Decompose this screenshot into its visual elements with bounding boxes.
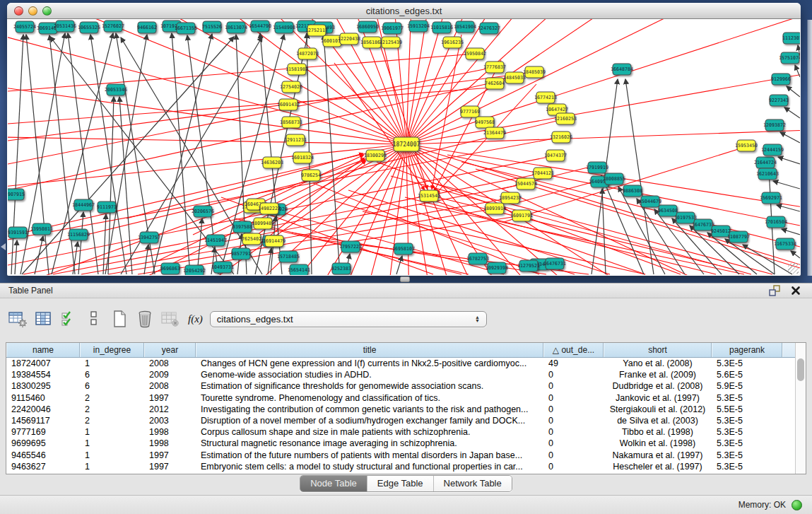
table-vertical-scrollbar[interactable] <box>795 343 806 474</box>
graph-node[interactable]: 9696863 <box>160 263 180 274</box>
graph-node[interactable]: 21364479 <box>483 127 506 139</box>
network-window-titlebar[interactable]: citations_edges.txt <box>7 3 801 19</box>
graph-node[interactable]: 7515526 <box>202 21 222 33</box>
graph-node[interactable]: 15314541 <box>418 190 440 201</box>
graph-node[interactable]: 9497568 <box>475 117 495 128</box>
graph-node[interactable]: 7907915 <box>8 189 25 200</box>
deselect-all-icon[interactable] <box>83 308 105 329</box>
scrollbar-thumb[interactable] <box>797 358 804 381</box>
graph-node[interactable]: 12160253 <box>554 113 577 124</box>
table-row[interactable]: 911546021997Tourette syndrome. Phenomeno… <box>6 392 795 404</box>
graph-node[interactable]: 15950842 <box>464 48 486 59</box>
graph-node[interactable]: 15718485 <box>277 251 300 262</box>
graph-node[interactable]: 9111971 <box>97 201 117 213</box>
graph-node[interactable]: 10474377 <box>544 150 567 161</box>
graph-node[interactable]: 11279521 <box>517 260 540 271</box>
graph-node[interactable]: 11581982 <box>286 64 308 75</box>
delete-columns-icon[interactable] <box>134 308 155 329</box>
graph-hub-node[interactable]: 18724007 <box>393 137 420 151</box>
graph-node[interactable]: 18444967 <box>72 199 95 211</box>
new-column-icon[interactable] <box>109 308 130 329</box>
table-row[interactable]: 977716911998Corpus callosum shape and si… <box>6 426 795 438</box>
graph-node[interactable]: 18954237 <box>499 192 522 204</box>
graph-node[interactable]: 17919919 <box>586 162 608 173</box>
tab-network-table[interactable]: Network Table <box>434 476 512 491</box>
graph-node[interactable]: 10493731 <box>211 262 234 273</box>
function-builder-icon[interactable]: f(x) <box>188 313 203 325</box>
table-row[interactable]: 2242004622012Investigating the contribut… <box>6 404 795 415</box>
graph-node[interactable]: 20206576 <box>192 206 214 217</box>
graph-node[interactable]: 14636203 <box>261 157 283 168</box>
graph-node[interactable]: 11675334 <box>774 238 796 250</box>
graph-node[interactable]: 17044121 <box>531 168 554 179</box>
table-row[interactable]: 1456911722003Disruption of a novel membe… <box>6 415 795 426</box>
graph-node[interactable]: 15913204 <box>407 21 430 32</box>
graph-node[interactable]: 1112307 <box>782 33 800 44</box>
graph-node[interactable]: 9252383 <box>331 263 351 274</box>
graph-node[interactable]: 12093872 <box>763 119 786 131</box>
graph-node[interactable]: 14872078 <box>296 48 319 59</box>
table-row[interactable]: 1872400712008Changes of HCN gene express… <box>6 358 795 369</box>
graph-node[interactable]: 9227343 <box>769 95 789 106</box>
table-row[interactable]: 969969511998Structural magnetic resonanc… <box>6 438 795 449</box>
graph-node[interactable]: 10655325 <box>78 22 100 33</box>
graph-node[interactable]: 9397588 <box>233 221 252 233</box>
graph-node[interactable]: 9886308 <box>623 185 642 197</box>
graph-node[interactable]: 11451947 <box>204 235 227 246</box>
graph-node[interactable]: 16091432 <box>277 99 300 110</box>
graph-node[interactable]: 9786254 <box>301 170 321 181</box>
column-header-in_degree[interactable]: in_degree <box>80 343 144 357</box>
zoom-window-icon[interactable] <box>42 6 52 16</box>
graph-node[interactable]: 18099489 <box>252 218 274 229</box>
close-panel-icon[interactable] <box>788 284 804 297</box>
graph-node[interactable]: 15044679 <box>639 196 661 207</box>
graph-node[interactable]: 10929398 <box>486 262 508 274</box>
graph-node[interactable]: 16210643 <box>756 168 779 180</box>
graph-node[interactable]: 18093914 <box>483 203 506 214</box>
graph-node[interactable]: 12752117 <box>305 25 328 36</box>
graph-node[interactable]: 18300295 <box>364 150 387 161</box>
graph-node[interactable]: 13216026 <box>550 132 572 143</box>
graph-node[interactable]: 12476327 <box>478 23 500 34</box>
graph-node[interactable]: 18568731 <box>280 117 302 128</box>
column-header-pagerank[interactable]: pagerank <box>712 343 782 357</box>
network-view[interactable]: 2405572430691406205314361065532515276027… <box>8 19 800 275</box>
graph-node[interactable]: 16476731 <box>543 258 566 269</box>
graph-node[interactable]: 18613074 <box>225 22 247 33</box>
graph-node[interactable]: 12054292 <box>183 265 206 275</box>
graph-node[interactable]: 18485039 <box>523 66 546 78</box>
graph-node[interactable]: 16018324 <box>291 152 314 163</box>
tab-node-table[interactable]: Node Table <box>300 476 367 491</box>
minimize-window-icon[interactable] <box>28 6 37 16</box>
graph-node[interactable]: 15654141 <box>288 264 310 275</box>
graph-node[interactable]: 11548908 <box>273 22 295 33</box>
graph-node[interactable]: 16860950 <box>356 21 379 33</box>
graph-node[interactable]: 12911231 <box>284 134 307 146</box>
graph-node[interactable]: 15953450 <box>735 140 758 151</box>
graph-node[interactable]: 9129966 <box>771 74 791 85</box>
table-row[interactable]: 946362711997Embryonic stem cells: a mode… <box>6 461 795 472</box>
graph-node[interactable]: 19061977 <box>381 23 404 34</box>
graph-node[interactable]: 15692971 <box>760 192 782 204</box>
table-mode-icon[interactable] <box>7 308 28 329</box>
graph-node[interactable]: 7462604 <box>485 78 505 89</box>
graph-node[interactable]: 16671355 <box>175 23 197 34</box>
graph-node[interactable]: 9466162 <box>137 22 157 33</box>
graph-node[interactable]: 17957223 <box>339 241 362 252</box>
graph-node[interactable]: 13942757 <box>138 232 160 243</box>
graph-node[interactable]: 16544790 <box>249 21 271 32</box>
graph-node[interactable]: 7625402 <box>242 233 261 245</box>
select-all-check-icon[interactable] <box>58 308 79 329</box>
graph-node[interactable]: 11087797 <box>727 231 750 243</box>
graph-node[interactable]: 14982222 <box>258 203 281 214</box>
graph-node[interactable]: 15276027 <box>102 21 124 32</box>
graph-node[interactable]: 13950811 <box>30 223 53 235</box>
graph-node[interactable]: 17776837 <box>483 62 506 73</box>
resize-grip-icon[interactable] <box>788 263 799 274</box>
memory-status-icon[interactable] <box>792 500 802 510</box>
graph-node[interactable]: 11015816 <box>430 22 453 33</box>
split-divider-grip[interactable] <box>400 276 410 282</box>
column-header-name[interactable]: name <box>6 343 80 357</box>
table-row[interactable]: 1830029562008Estimation of significance … <box>6 380 795 392</box>
graph-node[interactable]: 18541904 <box>454 21 476 33</box>
